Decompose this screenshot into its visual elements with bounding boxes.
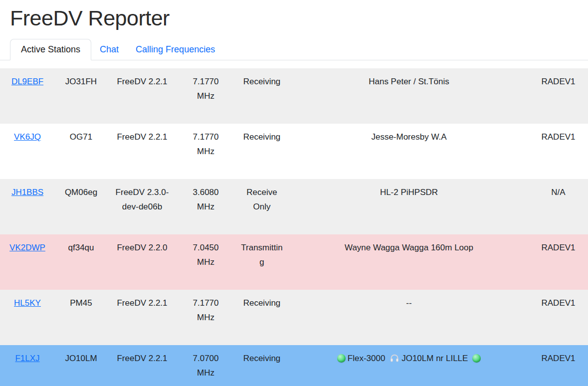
user-message: Wayne Wagga Wagga 160m Loop [289,234,529,290]
online-green-dot-icon [337,354,346,363]
user-message-radio: Flex-3000 [348,354,386,363]
version: FreeDV 2.2.1 [107,345,177,386]
tab-bar: Active Stations Chat Calling Frequencies [0,39,588,60]
frequency: 7.1770 MHz [177,68,234,124]
callsign-link[interactable]: F1LXJ [15,354,39,363]
frequency-unit: MHz [181,366,230,380]
frequency: 7.0700 MHz [177,345,234,386]
callsign-link[interactable]: VK2DWP [9,243,45,252]
version: FreeDV 2.2.1 [107,124,177,179]
status: Receiving [234,345,289,386]
frequency-value: 7.1770 [181,74,230,89]
grid-square: OG71 [55,124,107,179]
frequency-unit: MHz [181,144,230,159]
station-row-dl9ebf[interactable]: DL9EBF JO31FH FreeDV 2.2.1 7.1770 MHz Re… [0,68,588,124]
frequency: 7.1770 MHz [177,290,234,345]
frequency: 3.6080 MHz [177,179,234,234]
status: Receiving [234,290,289,345]
station-row-vk6jq[interactable]: VK6JQ OG71 FreeDV 2.2.1 7.1770 MHz Recei… [0,124,588,179]
headphones-icon [390,353,399,368]
grid-square: JO10LM [55,345,107,386]
page-title: FreeDV Reporter [10,5,578,32]
frequency-unit: MHz [181,89,230,103]
tab-active-stations-label[interactable]: Active Stations [10,39,91,60]
user-message: Hans Peter / St.Tönis [289,68,529,124]
tab-calling-frequencies[interactable]: Calling Frequencies [127,39,223,60]
tab-active-stations[interactable]: Active Stations [10,39,91,60]
callsign-link[interactable]: VK6JQ [14,132,41,142]
server: RADEV1 [529,124,588,179]
grid-square: qf34qu [55,234,107,290]
frequency-unit: MHz [181,310,230,325]
user-message: Flex-3000 JO10LM nr LILLE [289,345,529,386]
callsign-link[interactable]: JH1BBS [11,188,43,197]
status: Receiving [234,68,289,124]
callsign-link[interactable]: HL5KY [14,298,41,308]
server: RADEV1 [529,234,588,290]
version: FreeDV 2.2.1 [107,68,177,124]
tab-chat[interactable]: Chat [91,39,127,60]
station-row-f1lxj[interactable]: F1LXJ JO10LM FreeDV 2.2.1 7.0700 MHz Rec… [0,345,588,386]
version: FreeDV 2.3.0-dev-de06b [107,179,177,234]
frequency-value: 7.1770 [181,296,230,310]
version: FreeDV 2.2.1 [107,290,177,345]
grid-square: QM06eg [55,179,107,234]
status: Transmitting [234,234,289,290]
user-message-text: JO10LM nr LILLE [401,354,468,363]
status: Receive Only [234,179,289,234]
station-row-hl5ky[interactable]: HL5KY PM45 FreeDV 2.2.1 7.1770 MHz Recei… [0,290,588,345]
server: N/A [529,179,588,234]
station-row-vk2dwp[interactable]: VK2DWP qf34qu FreeDV 2.2.0 7.0450 MHz Tr… [0,234,588,290]
user-message: -- [289,290,529,345]
callsign-link[interactable]: DL9EBF [11,77,43,86]
server: RADEV1 [529,345,588,386]
status: Receiving [234,124,289,179]
frequency-unit: MHz [181,199,230,214]
active-stations-table: DL9EBF JO31FH FreeDV 2.2.1 7.1770 MHz Re… [0,68,588,386]
tab-chat-label[interactable]: Chat [91,39,127,60]
version: FreeDV 2.2.0 [107,234,177,290]
page-header: FreeDV Reporter [0,0,588,32]
frequency-value: 7.1770 [181,130,230,144]
frequency-value: 7.0700 [181,351,230,366]
user-message: Jesse-Moresby W.A [289,124,529,179]
grid-square: JO31FH [55,68,107,124]
online-green-dot-icon [472,354,481,363]
frequency-unit: MHz [181,255,230,269]
server: RADEV1 [529,290,588,345]
user-message: HL-2 PiHPSDR [289,179,529,234]
station-row-jh1bbs[interactable]: JH1BBS QM06eg FreeDV 2.3.0-dev-de06b 3.6… [0,179,588,234]
frequency-value: 3.6080 [181,185,230,199]
frequency-value: 7.0450 [181,240,230,255]
frequency: 7.1770 MHz [177,124,234,179]
server: RADEV1 [529,68,588,124]
frequency: 7.0450 MHz [177,234,234,290]
tab-calling-frequencies-label[interactable]: Calling Frequencies [127,39,223,60]
grid-square: PM45 [55,290,107,345]
